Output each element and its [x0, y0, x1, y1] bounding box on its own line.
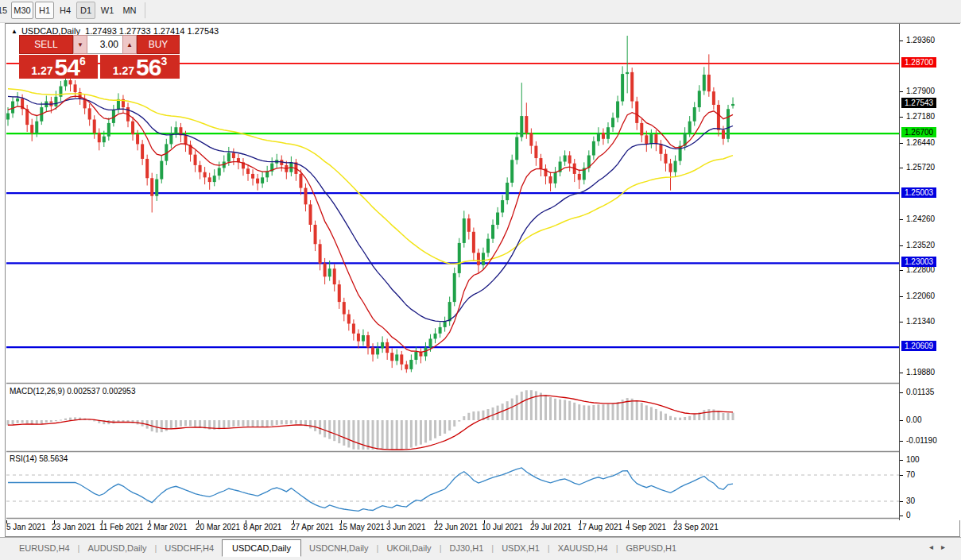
axis-tick	[900, 516, 903, 516]
timeframe-button-h4[interactable]: H4	[56, 2, 75, 19]
axis-tick	[900, 441, 903, 442]
axis-tick	[900, 41, 903, 41]
date-axis-label: 23 Jan 2021	[52, 523, 95, 531]
date-axis-label: 29 Jul 2021	[530, 523, 572, 531]
buy-price-big: 56	[136, 58, 161, 78]
timeframe-button-m30[interactable]: M30	[11, 2, 33, 19]
symbol-tab-eurusd[interactable]: EURUSD,H4	[11, 540, 78, 556]
timeframe-button-w1[interactable]: W1	[97, 2, 118, 19]
axis-tick	[900, 117, 903, 118]
timeframe-button-d1[interactable]: D1	[76, 2, 95, 19]
axis-tick	[900, 245, 903, 246]
symbol-tab-gbpusd[interactable]: GBPUSD,H1	[618, 540, 685, 556]
volume-decrease-button[interactable]: ▼	[73, 35, 87, 54]
price-axis-label: -0.01190	[906, 436, 937, 445]
price-axis-label: 30	[906, 496, 915, 505]
symbol-tabs: EURUSD,H4|AUDUSD,Daily|USDCHF,H4USDCAD,D…	[11, 538, 684, 558]
date-axis-label: 17 Aug 2021	[578, 523, 622, 531]
timeframe-button-h1[interactable]: H1	[35, 2, 54, 19]
date-axis-label: 15 May 2021	[339, 523, 385, 531]
axis-tick	[900, 475, 903, 476]
date-axis-label: 27 Apr 2021	[291, 523, 334, 531]
date-axis-label: 4 Sep 2021	[626, 523, 666, 531]
tab-scroll-right-icon[interactable]: ▸	[941, 543, 953, 551]
one-click-trade-panel: SELL ▼ ▲ BUY 1.27 54 6 1.27 56 3	[19, 35, 180, 79]
tab-scroll-left-icon[interactable]: ◂	[929, 543, 941, 551]
volume-input[interactable]	[87, 35, 122, 54]
axis-tick	[900, 143, 903, 144]
date-axis-label: 22 Jun 2021	[434, 523, 478, 531]
sell-price-prefix: 1.27	[31, 65, 52, 76]
date-axis-label: 11 Feb 2021	[99, 523, 143, 531]
date-axis-label: 2 Mar 2021	[147, 523, 188, 531]
chart-canvas[interactable]	[6, 24, 899, 520]
price-axis-label: 0	[906, 511, 911, 519]
symbol-tab-usdchf[interactable]: USDCHF,H4	[157, 540, 222, 556]
price-level-badge: 1.20609	[901, 341, 936, 351]
axis-tick	[900, 322, 903, 322]
date-axis-label: 20 Mar 2021	[196, 523, 240, 531]
sell-button[interactable]: SELL	[19, 35, 73, 54]
price-level-badge: 1.27543	[901, 98, 936, 108]
price-axis-label: 1.25720	[906, 163, 935, 172]
price-axis-label: 0.01135	[906, 388, 934, 396]
buy-button[interactable]: BUY	[137, 35, 180, 54]
symbol-tab-ukoil[interactable]: UKOil,Daily	[378, 540, 439, 556]
date-axis-label: 23 Sep 2021	[673, 523, 719, 531]
axis-tick	[900, 219, 903, 220]
sell-price-pip: 6	[79, 56, 86, 67]
buy-price-pip: 3	[161, 56, 167, 67]
axis-tick	[900, 460, 903, 461]
price-level-badge: 1.26700	[901, 127, 936, 137]
date-axis-label: 10 Jul 2021	[482, 523, 523, 531]
buy-price-prefix: 1.27	[113, 65, 134, 76]
macd-label: MACD(12,26,9) 0.002537 0.002953	[10, 387, 135, 396]
axis-tick	[900, 420, 903, 421]
price-axis-label: 1.26440	[906, 138, 935, 147]
axis-tick	[900, 91, 903, 92]
axis-tick	[900, 168, 903, 168]
axis-tick	[900, 373, 903, 373]
axis-tick	[900, 501, 903, 502]
price-axis-label: 1.21340	[906, 317, 935, 326]
date-axis: 5 Jan 202123 Jan 202111 Feb 20212 Mar 20…	[6, 520, 899, 535]
symbol-tab-audusd[interactable]: AUDUSD,Daily	[79, 540, 154, 556]
timeframe-button-mn[interactable]: MN	[119, 2, 140, 19]
date-axis-label: 3 Jun 2021	[386, 523, 426, 531]
price-axis-label: 1.29360	[906, 36, 935, 44]
symbol-tab-xauusd[interactable]: XAUUSD,H4	[550, 540, 616, 556]
price-axis-label: 1.19880	[906, 368, 935, 377]
trading-terminal: 15M30H1H4D1W1MN 1.293601.279001.271801.2…	[0, 0, 961, 560]
price-axis-label: 1.27180	[906, 112, 935, 121]
price-axis-label: 1.22060	[906, 292, 935, 300]
sell-price-panel[interactable]: 1.27 54 6	[19, 55, 98, 79]
volume-increase-button[interactable]: ▲	[122, 35, 137, 54]
axis-tick	[900, 296, 903, 297]
symbol-tab-usdcad[interactable]: USDCAD,Daily	[222, 539, 301, 557]
axis-tick	[900, 392, 903, 393]
tab-scroll-arrows: ◂▸	[929, 543, 953, 551]
axis-tick	[900, 270, 903, 271]
expand-icon[interactable]: ▲	[11, 28, 17, 35]
price-axis-label: 1.24260	[906, 214, 935, 223]
price-level-badge: 1.25003	[901, 187, 936, 198]
price-level-badge: 1.28700	[901, 57, 936, 68]
symbol-tab-bar: EURUSD,H4|AUDUSD,Daily|USDCHF,H4USDCAD,D…	[0, 537, 961, 560]
symbol-tab-dj30[interactable]: DJ30,H1	[441, 540, 491, 556]
price-axis: 1.293601.279001.271801.264401.257201.242…	[899, 24, 961, 520]
price-axis-label: 1.27900	[906, 87, 935, 95]
price-level-badge: 1.23003	[901, 257, 936, 267]
price-axis-label: 70	[906, 470, 915, 479]
toolbar-separator	[145, 2, 145, 18]
date-axis-label: 8 Apr 2021	[243, 523, 281, 531]
symbol-tab-usdcnh[interactable]: USDCNH,Daily	[301, 540, 377, 556]
sell-price-big: 54	[55, 58, 79, 78]
date-axis-label: 5 Jan 2021	[6, 523, 46, 531]
price-axis-label: 1.23520	[906, 241, 935, 249]
symbol-tab-usdx[interactable]: USDX,H1	[494, 540, 548, 556]
timeframe-button-15[interactable]: 15	[0, 2, 10, 19]
rsi-label: RSI(14) 58.5634	[10, 454, 68, 463]
price-axis-label: 0.00	[906, 415, 921, 424]
buy-price-panel[interactable]: 1.27 56 3	[100, 55, 180, 79]
price-axis-label: 100	[906, 455, 920, 464]
